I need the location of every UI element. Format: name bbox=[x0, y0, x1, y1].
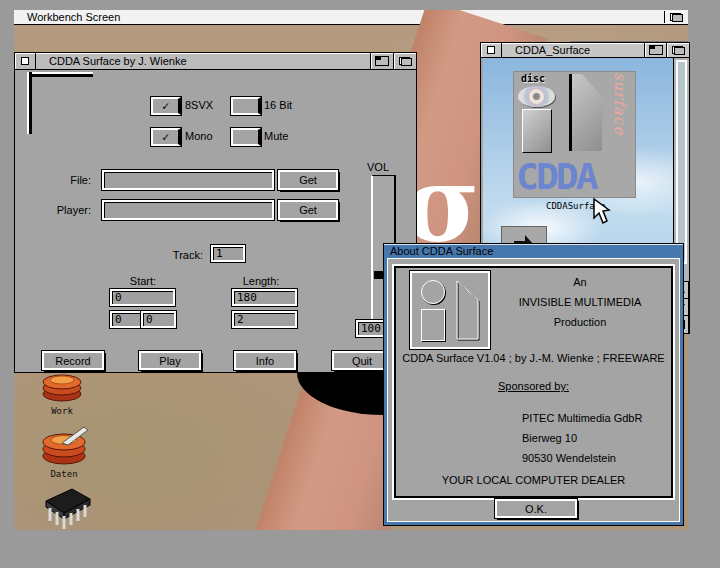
about-line-invisible-multimedia: INVISIBLE MULTIMEDIA bbox=[496, 296, 664, 308]
depth-gadget[interactable] bbox=[666, 43, 689, 57]
file-input[interactable] bbox=[102, 170, 274, 190]
checkbox-16bit[interactable] bbox=[231, 97, 261, 115]
about-content-frame: An INVISIBLE MULTIMEDIA Production CDDA … bbox=[394, 266, 673, 498]
sponsor-street: Bierweg 10 bbox=[522, 428, 642, 448]
play-button[interactable]: Play bbox=[139, 351, 201, 370]
player-get-button[interactable]: Get bbox=[278, 200, 338, 220]
desktop-icon-daten[interactable]: Daten bbox=[32, 423, 96, 479]
logo-circle bbox=[421, 280, 445, 304]
about-window: About CDDA Surface An INVISIBLE MULTIMED… bbox=[383, 243, 684, 526]
record-button-label: Record bbox=[55, 355, 90, 367]
get-button-label: Get bbox=[299, 174, 317, 186]
checkbox-mute[interactable] bbox=[231, 128, 261, 146]
vol-label: VOL bbox=[367, 161, 389, 173]
monitor-backdrop: Workbench Screen σ Work bbox=[0, 0, 720, 568]
start-sec-value: 0 bbox=[146, 313, 153, 326]
checkbox-16bit-label: 16 Bit bbox=[264, 99, 292, 111]
mouse-pointer bbox=[593, 198, 611, 226]
depth-icon bbox=[670, 13, 683, 22]
start-field[interactable]: 0 bbox=[110, 289, 175, 306]
sponsor-city: 90530 Wendelstein bbox=[522, 448, 642, 468]
vol-value: 100 bbox=[361, 322, 381, 335]
track-value: 1 bbox=[216, 247, 223, 260]
file-label: File: bbox=[45, 174, 91, 186]
start-sec-field[interactable]: 0 bbox=[141, 311, 176, 328]
zoom-gadget[interactable] bbox=[644, 43, 667, 57]
logo-i-shape bbox=[522, 109, 552, 153]
length-label: Length: bbox=[231, 275, 291, 287]
record-button[interactable]: Record bbox=[42, 351, 104, 370]
checkbox-8svx-label: 8SVX bbox=[185, 99, 213, 111]
player-input[interactable] bbox=[102, 200, 274, 220]
logo-d-outline bbox=[454, 278, 482, 342]
cd-disc-icon bbox=[518, 86, 555, 107]
chip-icon bbox=[28, 483, 100, 530]
length-alt-value: 2 bbox=[237, 313, 244, 326]
bevel-artifact-horizontal bbox=[27, 72, 93, 77]
play-button-label: Play bbox=[159, 355, 180, 367]
close-gadget[interactable] bbox=[15, 53, 36, 69]
track-label: Track: bbox=[155, 249, 203, 261]
logo-d-shape bbox=[569, 74, 602, 151]
length-value: 180 bbox=[237, 291, 257, 304]
icon-label: Daten bbox=[32, 469, 96, 479]
get-button-label: Get bbox=[299, 204, 317, 216]
about-titlebar[interactable]: About CDDA Surface bbox=[384, 244, 683, 259]
desktop-icon-work[interactable]: Work bbox=[32, 370, 92, 416]
surface-script-text: surface bbox=[611, 72, 629, 192]
close-icon bbox=[21, 57, 29, 65]
ok-button-label: O.K. bbox=[525, 503, 547, 515]
disk-stack-pen-icon bbox=[32, 423, 96, 465]
desktop-icon-ram-disk[interactable]: Ram Disk bbox=[28, 483, 100, 530]
dealer-line: YOUR LOCAL COMPUTER DEALER bbox=[396, 474, 671, 486]
close-gadget[interactable] bbox=[481, 43, 502, 57]
workbench-screen-title: Workbench Screen bbox=[27, 10, 120, 24]
cdda-surface-window: CDDA Surface by J. Wienke ✓ 8SVX 16 Bit … bbox=[14, 52, 417, 373]
logo-rect bbox=[421, 309, 445, 341]
about-line-production: Production bbox=[496, 316, 664, 328]
drawer-window-titlebar[interactable]: CDDA_Surface bbox=[481, 43, 689, 58]
start-label: Start: bbox=[115, 275, 171, 287]
zoom-gadget[interactable] bbox=[370, 53, 393, 69]
checkbox-mono[interactable]: ✓ bbox=[151, 128, 181, 146]
start-min-value: 0 bbox=[115, 313, 122, 326]
depth-icon bbox=[672, 46, 685, 55]
zoom-icon bbox=[649, 45, 663, 55]
check-icon: ✓ bbox=[162, 130, 169, 144]
cddasurface-program-icon[interactable]: disc surface CDDA bbox=[513, 71, 636, 198]
close-icon bbox=[487, 46, 495, 54]
sponsor-address-block: PITEC Multimedia GdbR Bierweg 10 90530 W… bbox=[522, 408, 642, 468]
checkbox-mute-label: Mute bbox=[264, 130, 288, 142]
main-window-title: CDDA Surface by J. Wienke bbox=[49, 53, 187, 69]
start-min-field[interactable]: 0 bbox=[110, 311, 142, 328]
player-label: Player: bbox=[37, 204, 91, 216]
checkbox-8svx[interactable]: ✓ bbox=[151, 97, 181, 115]
length-field[interactable]: 180 bbox=[232, 289, 297, 306]
main-window-titlebar[interactable]: CDDA Surface by J. Wienke bbox=[15, 53, 416, 70]
sponsor-name: PITEC Multimedia GdbR bbox=[522, 408, 642, 428]
scrollbar-thumb[interactable] bbox=[676, 60, 687, 264]
info-button-label: Info bbox=[256, 355, 274, 367]
about-window-title: About CDDA Surface bbox=[390, 244, 493, 259]
length-alt-field[interactable]: 2 bbox=[232, 311, 297, 328]
check-icon: ✓ bbox=[162, 99, 169, 113]
file-get-button[interactable]: Get bbox=[278, 170, 338, 190]
disc-text: disc bbox=[521, 73, 545, 84]
about-body: An INVISIBLE MULTIMEDIA Production CDDA … bbox=[388, 259, 679, 521]
sponsored-by-label: Sponsored by: bbox=[396, 380, 671, 392]
disk-stack-icon bbox=[32, 370, 92, 402]
info-button[interactable]: Info bbox=[234, 351, 296, 370]
depth-gadget[interactable] bbox=[393, 53, 416, 69]
depth-icon bbox=[399, 57, 412, 66]
checkbox-mono-label: Mono bbox=[185, 130, 213, 142]
workbench-titlebar[interactable]: Workbench Screen bbox=[14, 10, 688, 25]
about-line-an: An bbox=[496, 276, 664, 288]
production-text-block: An INVISIBLE MULTIMEDIA Production bbox=[496, 276, 664, 328]
ok-button[interactable]: O.K. bbox=[495, 499, 577, 518]
track-field[interactable]: 1 bbox=[211, 245, 245, 262]
quit-button-label: Quit bbox=[352, 355, 372, 367]
start-value: 0 bbox=[115, 291, 122, 304]
cdda-big-text: CDDA bbox=[516, 156, 596, 198]
icon-label: Work bbox=[32, 406, 92, 416]
screen-depth-gadget[interactable] bbox=[664, 11, 687, 23]
